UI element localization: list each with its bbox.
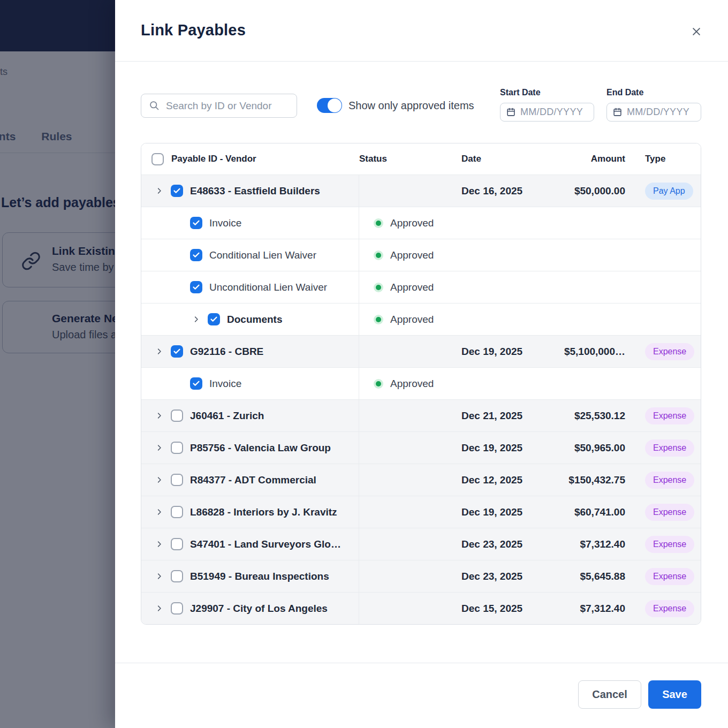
row-checkbox[interactable]	[171, 185, 183, 197]
column-header-payable: Payable ID - Vendor	[171, 154, 256, 164]
row-label: G92116 - CBRE	[190, 346, 263, 358]
chevron-right-icon[interactable]	[155, 476, 164, 484]
row-label: Conditional Lien Waiver	[209, 249, 316, 261]
type-badge: Pay App	[645, 183, 693, 200]
chevron-right-icon[interactable]	[155, 347, 164, 356]
chevron-right-icon[interactable]	[155, 444, 164, 452]
row-date: Dec 19, 2025	[461, 506, 522, 518]
row-label: S47401 - Land Surveyors Glo…	[190, 539, 341, 550]
search-icon	[149, 100, 160, 111]
chevron-right-icon[interactable]	[155, 604, 164, 613]
table-row[interactable]: L86828 - Interiors by J. KravitzDec 19, …	[141, 496, 701, 528]
modal-footer: Cancel Save	[115, 663, 728, 728]
start-date-label: Start Date	[500, 88, 594, 97]
search-input[interactable]: Search by ID or Vendor	[141, 94, 297, 118]
chevron-right-icon[interactable]	[192, 315, 201, 324]
row-checkbox[interactable]	[171, 410, 183, 422]
row-label: Unconditional Lien Waiver	[209, 282, 327, 293]
row-date: Dec 19, 2025	[461, 346, 522, 358]
row-date: Dec 19, 2025	[461, 442, 522, 454]
approved-status-dot	[374, 379, 383, 389]
link-payables-modal: Link Payables Search by ID or Vendor Sho…	[115, 0, 728, 728]
row-amount: $7,312.40	[580, 539, 625, 550]
table-row[interactable]: DocumentsApproved	[141, 303, 701, 335]
type-badge: Expense	[645, 407, 694, 424]
row-date: Dec 15, 2025	[461, 603, 522, 615]
row-label: R84377 - ADT Commercial	[190, 474, 316, 486]
row-checkbox[interactable]	[171, 442, 183, 454]
row-checkbox[interactable]	[190, 217, 202, 229]
approved-status-dot	[374, 283, 383, 292]
row-checkbox[interactable]	[171, 538, 183, 550]
start-date-field: Start Date MM/DD/YYYY	[500, 88, 594, 122]
row-checkbox[interactable]	[171, 345, 183, 358]
chevron-right-icon[interactable]	[155, 187, 164, 195]
table-row[interactable]: B51949 - Bureau InspectionsDec 23, 2025$…	[141, 560, 701, 592]
table-body: E48633 - Eastfield BuildersDec 16, 2025$…	[141, 175, 701, 624]
chevron-right-icon[interactable]	[155, 540, 164, 549]
row-date: Dec 12, 2025	[461, 474, 522, 486]
status-text: Approved	[390, 378, 434, 390]
payables-table: Payable ID - Vendor Status Date Amount T…	[141, 143, 701, 625]
row-checkbox[interactable]	[171, 506, 183, 518]
table-row[interactable]: P85756 - Valencia Law GroupDec 19, 2025$…	[141, 431, 701, 464]
table-row[interactable]: InvoiceApproved	[141, 367, 701, 399]
row-checkbox[interactable]	[190, 281, 202, 293]
table-row[interactable]: J29907 - City of Los AngelesDec 15, 2025…	[141, 592, 701, 624]
table-row[interactable]: G92116 - CBREDec 19, 2025$5,100,000…Expe…	[141, 335, 701, 367]
row-amount: $50,965.00	[574, 442, 625, 454]
column-header-status: Status	[359, 154, 387, 164]
row-checkbox[interactable]	[190, 377, 202, 390]
type-badge: Expense	[645, 568, 694, 585]
type-badge: Expense	[645, 504, 694, 521]
row-label: P85756 - Valencia Law Group	[190, 442, 331, 454]
calendar-icon	[506, 108, 515, 117]
type-badge: Expense	[645, 343, 694, 360]
status-text: Approved	[390, 249, 434, 261]
row-date: Dec 23, 2025	[461, 571, 522, 582]
row-checkbox[interactable]	[208, 313, 220, 325]
chevron-right-icon[interactable]	[155, 412, 164, 420]
modal-header: Link Payables	[115, 0, 728, 62]
row-label: J60461 - Zurich	[190, 410, 264, 422]
table-row[interactable]: R84377 - ADT CommercialDec 12, 2025$150,…	[141, 464, 701, 496]
row-amount: $50,000.00	[574, 185, 625, 197]
table-row[interactable]: InvoiceApproved	[141, 207, 701, 239]
toggle-knob	[328, 98, 342, 112]
end-date-label: End Date	[606, 88, 701, 97]
type-badge: Expense	[645, 439, 694, 457]
select-all-checkbox[interactable]	[151, 153, 164, 165]
row-checkbox[interactable]	[171, 602, 183, 615]
row-date: Dec 21, 2025	[461, 410, 522, 422]
toggle-label: Show only approved items	[348, 100, 474, 112]
approved-status-dot	[374, 251, 383, 260]
table-row[interactable]: E48633 - Eastfield BuildersDec 16, 2025$…	[141, 175, 701, 207]
table-row[interactable]: S47401 - Land Surveyors Glo…Dec 23, 2025…	[141, 528, 701, 560]
row-checkbox[interactable]	[171, 570, 183, 582]
save-button[interactable]: Save	[648, 680, 701, 709]
row-amount: $5,100,000…	[564, 346, 625, 358]
approved-status-dot	[374, 218, 383, 228]
search-placeholder: Search by ID or Vendor	[166, 100, 272, 112]
chevron-right-icon[interactable]	[155, 508, 164, 517]
close-icon[interactable]	[689, 25, 703, 39]
cancel-button[interactable]: Cancel	[578, 680, 641, 709]
row-amount: $7,312.40	[580, 603, 625, 615]
row-label: B51949 - Bureau Inspections	[190, 571, 329, 582]
row-label: Documents	[227, 314, 282, 325]
approved-only-toggle[interactable]	[317, 98, 342, 113]
row-checkbox[interactable]	[190, 249, 202, 261]
table-row[interactable]: Unconditional Lien WaiverApproved	[141, 271, 701, 303]
row-date: Dec 23, 2025	[461, 539, 522, 550]
end-date-placeholder: MM/DD/YYYY	[627, 107, 689, 118]
row-amount: $60,741.00	[574, 506, 625, 518]
modal-title: Link Payables	[141, 21, 246, 39]
start-date-input[interactable]: MM/DD/YYYY	[500, 103, 594, 122]
column-header-type: Type	[645, 154, 665, 164]
table-row[interactable]: Conditional Lien WaiverApproved	[141, 239, 701, 271]
end-date-input[interactable]: MM/DD/YYYY	[606, 103, 701, 122]
table-row[interactable]: J60461 - ZurichDec 21, 2025$25,530.12Exp…	[141, 399, 701, 431]
approved-status-dot	[374, 315, 383, 324]
chevron-right-icon[interactable]	[155, 572, 164, 581]
row-checkbox[interactable]	[171, 474, 183, 486]
